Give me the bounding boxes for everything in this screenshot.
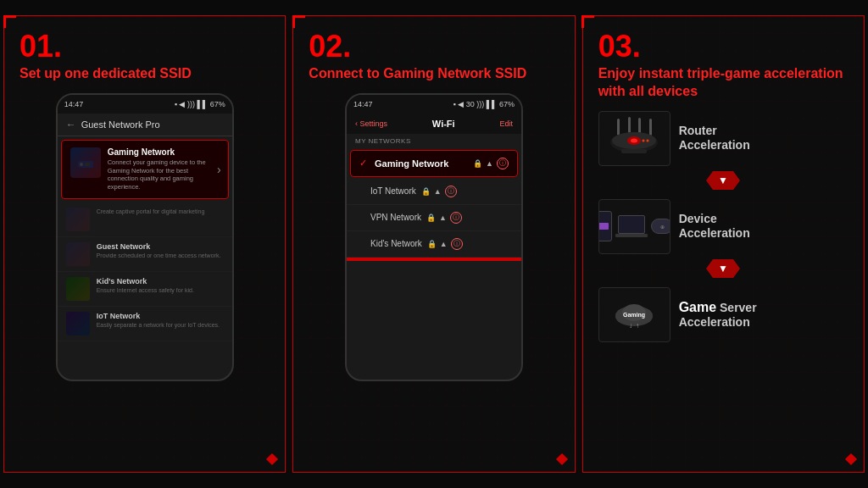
wifi-status-bar: 14:47 ▪ ◀ 30 ))) ▌▌ 67% [347,95,521,114]
kids-lock-icon: 🔒 [427,240,437,248]
step-number-2: 02. [309,31,559,62]
network-iot: IoT Network Easily separate a network fo… [58,307,232,341]
wifi-kids-name: Kid's Network [370,239,422,248]
kids-signal-icon: ▲ [440,240,448,248]
kids-text: Kid's Network Ensure Internet access saf… [97,277,194,294]
wifi-status-icons: ▪ ◀ 30 ))) ▌▌ 67% [453,100,515,108]
arrow-down-2: ▼ [598,259,849,282]
status-time-1: 14:47 [64,100,84,108]
iot-signal-icon: ▲ [434,187,442,196]
router-accel-row: RouterAcceleration [598,111,849,166]
captive-text: Create captive portal for digital market… [97,208,205,215]
wifi-kids-network[interactable]: ✓ Kid's Network 🔒 ▲ ⓘ [347,231,521,258]
wifi-check-empty-iot: ✓ [355,186,365,197]
kids-name: Kid's Network [97,277,194,286]
iot-lock-icon: 🔒 [421,187,431,196]
signal-icon: ▲ [486,159,493,168]
corner-diamond-2 [556,453,568,465]
wifi-nav-header: ‹ Settings Wi-Fi Edit [347,114,521,134]
step-panel-1: 01. Set up one dedicated SSID 14:47 ▪ ◀ … [3,15,286,473]
wifi-time: 14:47 [353,100,373,108]
router-accel-label: RouterAcceleration [679,124,750,152]
device-icon-box: ⊕ [598,199,670,254]
step-panel-2: 02. Connect to Gaming Network SSID 14:47… [292,15,575,473]
gaming-thumb [70,147,101,178]
svg-rect-3 [617,119,620,136]
wifi-phone: 14:47 ▪ ◀ 30 ))) ▌▌ 67% ‹ Settings Wi-Fi… [345,93,523,381]
info-button-vpn[interactable]: ⓘ [450,212,462,224]
wifi-title: Wi-Fi [432,119,455,129]
captive-desc: Create captive portal for digital market… [97,208,205,215]
wifi-check-icon: ✓ [359,158,370,169]
kids-desc: Ensure Internet access safety for kid. [97,286,194,294]
svg-point-12 [643,140,645,142]
game-server-accel-label: Game ServerAcceleration [679,299,757,330]
lock-icon: 🔒 [473,159,482,168]
wifi-gaming-icons: 🔒 ▲ ⓘ [473,158,509,169]
svg-text:▼: ▼ [718,175,728,186]
wifi-check-empty-kids: ✓ [355,238,365,249]
router-svg [604,117,664,159]
wifi-iot-icons: 🔒 ▲ ⓘ [421,186,457,197]
game-server-icon-box: Gaming ↓ ↑ [598,287,670,342]
info-button-kids[interactable]: ⓘ [451,238,463,250]
network-guest: Guest Network Provide scheduled or one t… [58,237,232,272]
wifi-back[interactable]: ‹ Settings [355,119,387,128]
svg-rect-11 [621,149,647,153]
acceleration-section: RouterAcceleration ▼ [598,111,849,342]
gaming-network-desc: Connect your gaming device to the Gaming… [108,158,220,191]
status-icons-1: ▪ ◀ ))) ▌▌ 67% [175,100,225,108]
wifi-gaming-network[interactable]: ✓ Gaming Network 🔒 ▲ ⓘ [350,150,518,177]
phone-status-bar-1: 14:47 ▪ ◀ ))) ▌▌ 67% [58,95,232,114]
guest-thumb [66,242,90,266]
network-item-gaming[interactable]: Gaming Network Connect your gaming devic… [61,140,229,199]
step-number-1: 01. [19,31,270,62]
step-number-3: 03. [598,31,849,62]
network-kids: Kid's Network Ensure Internet access saf… [58,272,232,307]
iot-name: IoT Network [97,312,220,320]
wifi-edit[interactable]: Edit [499,119,513,128]
iot-desc: Easily separate a network for your IoT d… [97,321,220,329]
guest-name: Guest Network [97,242,221,251]
svg-text:↑: ↑ [636,322,639,330]
kids-thumb [66,277,90,301]
network-captive: Create captive portal for digital market… [58,202,232,237]
svg-text:Gaming: Gaming [623,312,645,319]
wifi-iot-network[interactable]: ✓ IoT Network 🔒 ▲ ⓘ [347,179,521,205]
wifi-kids-icons: 🔒 ▲ ⓘ [427,238,463,250]
game-server-accel-row: Gaming ↓ ↑ Game ServerAcceleration [598,287,849,342]
vpn-signal-icon: ▲ [439,214,447,222]
step-title-3: Enjoy instant triple-game acceleration w… [598,65,849,101]
corner-diamond-1 [266,453,278,465]
router-icon-box [598,111,670,166]
vpn-lock-icon: 🔒 [426,214,436,222]
info-button-gaming[interactable]: ⓘ [497,158,509,169]
wifi-vpn-network[interactable]: ✓ VPN Network 🔒 ▲ ⓘ [347,205,521,231]
back-arrow-1: ← [66,119,76,130]
svg-text:▼: ▼ [718,263,728,274]
svg-text:↓: ↓ [629,322,632,330]
svg-rect-6 [649,119,652,136]
wifi-section-label: MY NETWORKS [347,134,521,148]
corner-diamond-3 [845,453,857,465]
red-bar-2 [347,258,521,261]
phone-mockup-1: 14:47 ▪ ◀ ))) ▌▌ 67% ← Guest Network Pro [56,93,234,381]
info-button-iot[interactable]: ⓘ [445,186,457,197]
step-title-1: Set up one dedicated SSID [19,65,270,83]
wifi-vpn-icons: 🔒 ▲ ⓘ [426,212,462,224]
step-panel-3: 03. Enjoy instant triple-game accelerati… [582,15,865,473]
wifi-gaming-name: Gaming Network [375,158,468,169]
cloud-svg: Gaming ↓ ↑ [609,297,659,331]
phone-header-title-1: Guest Network Pro [81,119,160,130]
arrow-down-1: ▼ [598,171,849,194]
svg-point-1 [80,163,83,166]
gaming-network-name: Gaming Network [108,147,220,157]
guest-desc: Provide scheduled or one time access net… [97,252,221,259]
step-title-2: Connect to Gaming Network SSID [309,65,559,83]
svg-point-10 [631,139,637,143]
svg-point-13 [647,140,649,142]
wifi-check-empty-vpn: ✓ [355,212,365,223]
phone-header-1: ← Guest Network Pro [58,114,232,136]
wifi-iot-name: IoT Network [370,186,416,196]
svg-rect-2 [85,163,90,166]
